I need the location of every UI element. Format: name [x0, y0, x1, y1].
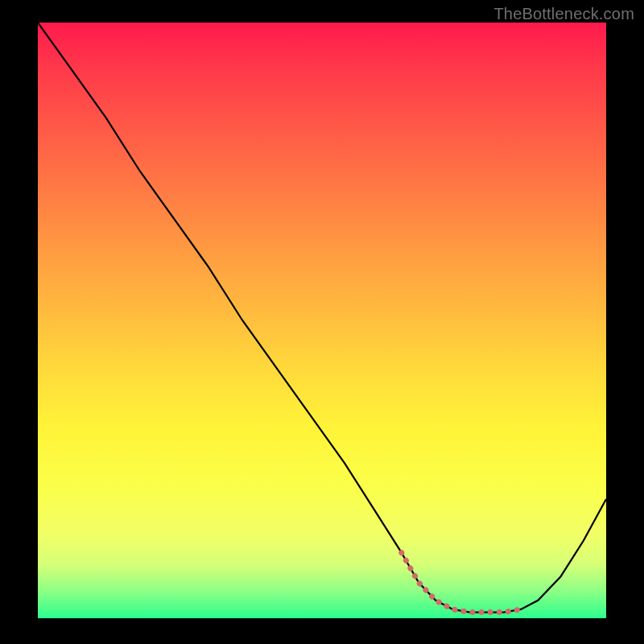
- attribution-text: TheBottleneck.com: [493, 5, 634, 23]
- bottleneck-curve: [38, 23, 606, 613]
- bottleneck-dots: [402, 553, 521, 613]
- plot-area: [38, 23, 606, 618]
- curve-svg: [38, 23, 606, 618]
- chart-stage: TheBottleneck.com: [0, 0, 644, 644]
